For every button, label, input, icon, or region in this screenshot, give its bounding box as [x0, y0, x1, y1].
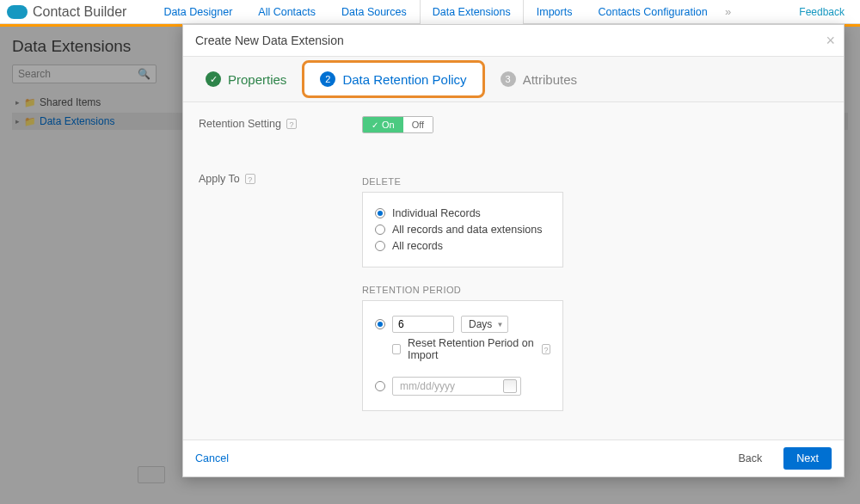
next-button[interactable]: Next: [783, 447, 832, 470]
radio-label: All records and data extensions: [392, 224, 542, 236]
brand: Contact Builder: [7, 4, 126, 20]
step-properties[interactable]: ✓ Properties: [190, 63, 302, 95]
reset-on-import-row[interactable]: Reset Retention Period on Import ?: [392, 337, 550, 361]
step-attributes[interactable]: 3 Attributes: [485, 63, 593, 95]
step-label: Properties: [228, 72, 286, 87]
radio-icon: [375, 224, 385, 235]
brand-title: Contact Builder: [33, 4, 126, 20]
modal-body: Retention Setting ? On Off Apply To ? DE…: [183, 102, 844, 439]
reset-on-import-label: Reset Retention Period on Import: [408, 337, 535, 361]
retention-toggle[interactable]: On Off: [362, 116, 433, 133]
radio-all-records[interactable]: All records: [375, 240, 550, 252]
period-date-input[interactable]: mm/dd/yyyy: [392, 377, 521, 396]
modal-header: Create New Data Extension ×: [183, 25, 844, 57]
radio-icon: [375, 381, 385, 391]
help-icon[interactable]: ?: [245, 174, 255, 184]
tab-data-sources[interactable]: Data Sources: [329, 0, 420, 23]
feedback-link[interactable]: Feedback: [799, 6, 845, 18]
tab-imports[interactable]: Imports: [524, 0, 586, 23]
primary-tabs: Data Designer All Contacts Data Sources …: [150, 0, 735, 23]
help-icon[interactable]: ?: [286, 119, 297, 129]
row-apply-to: Apply To ? DELETE Individual Records All…: [199, 171, 828, 411]
close-icon[interactable]: ×: [826, 32, 835, 50]
tab-data-designer[interactable]: Data Designer: [150, 0, 245, 23]
step-badge-icon: 2: [320, 71, 335, 87]
radio-icon: [375, 208, 385, 218]
modal-footer: Cancel Back Next: [183, 439, 844, 476]
modal-title: Create New Data Extension: [195, 34, 344, 47]
period-value-input[interactable]: [392, 316, 454, 333]
retention-setting-label: Retention Setting: [199, 118, 281, 130]
cloud-logo-icon: [7, 5, 28, 19]
radio-icon: [375, 241, 385, 251]
radio-individual-records[interactable]: Individual Records: [375, 207, 550, 219]
radio-all-records-and-de[interactable]: All records and data extensions: [375, 224, 550, 236]
retention-period-panel: Days Reset Retention Period on Import ? …: [362, 300, 563, 411]
step-label: Data Retention Policy: [342, 72, 466, 87]
radio-label: All records: [392, 240, 443, 252]
step-label: Attributes: [523, 72, 577, 87]
apply-to-label: Apply To: [199, 173, 240, 185]
top-bar: Contact Builder Data Designer All Contac…: [0, 0, 860, 24]
retention-period-heading: RETENTION PERIOD: [362, 285, 828, 295]
create-data-extension-modal: Create New Data Extension × ✓ Properties…: [182, 24, 845, 477]
delete-heading: DELETE: [362, 176, 828, 187]
radio-period-date[interactable]: mm/dd/yyyy: [375, 377, 550, 396]
tabs-overflow-icon[interactable]: »: [721, 0, 736, 23]
cancel-button[interactable]: Cancel: [195, 452, 229, 464]
back-button[interactable]: Back: [726, 447, 776, 470]
step-data-retention-policy[interactable]: 2 Data Retention Policy: [302, 60, 484, 98]
help-icon[interactable]: ?: [542, 344, 550, 354]
tab-data-extensions[interactable]: Data Extensions: [420, 0, 524, 23]
wizard-steps: ✓ Properties 2 Data Retention Policy 3 A…: [183, 57, 844, 102]
step-badge-icon: 3: [501, 71, 516, 87]
radio-label: Individual Records: [392, 207, 481, 219]
toggle-on[interactable]: On: [363, 117, 403, 132]
row-retention-setting: Retention Setting ? On Off: [199, 116, 828, 133]
checkbox-icon: [392, 344, 401, 354]
delete-options-panel: Individual Records All records and data …: [362, 192, 563, 267]
tab-contacts-configuration[interactable]: Contacts Configuration: [585, 0, 720, 23]
tab-all-contacts[interactable]: All Contacts: [245, 0, 329, 23]
radio-period-duration[interactable]: Days: [375, 316, 550, 333]
date-placeholder: mm/dd/yyyy: [400, 380, 455, 392]
period-unit-select[interactable]: Days: [461, 316, 508, 333]
step-badge-icon: ✓: [206, 71, 221, 87]
toggle-off[interactable]: Off: [403, 117, 433, 132]
radio-icon: [375, 319, 385, 329]
